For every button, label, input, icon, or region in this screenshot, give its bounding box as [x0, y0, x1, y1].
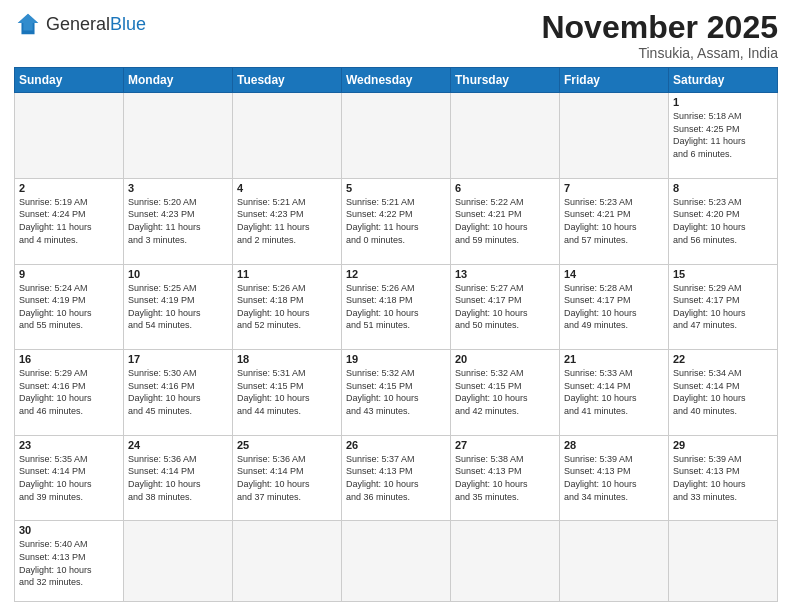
weekday-header-monday: Monday	[124, 68, 233, 93]
calendar-cell: 29Sunrise: 5:39 AM Sunset: 4:13 PM Dayli…	[669, 435, 778, 521]
day-info: Sunrise: 5:23 AM Sunset: 4:20 PM Dayligh…	[673, 196, 773, 246]
calendar-week-4: 16Sunrise: 5:29 AM Sunset: 4:16 PM Dayli…	[15, 350, 778, 436]
day-number: 15	[673, 268, 773, 280]
day-number: 18	[237, 353, 337, 365]
calendar-cell	[342, 93, 451, 179]
calendar-cell	[342, 521, 451, 602]
day-info: Sunrise: 5:26 AM Sunset: 4:18 PM Dayligh…	[346, 282, 446, 332]
day-number: 3	[128, 182, 228, 194]
day-info: Sunrise: 5:39 AM Sunset: 4:13 PM Dayligh…	[673, 453, 773, 503]
weekday-header-saturday: Saturday	[669, 68, 778, 93]
day-info: Sunrise: 5:19 AM Sunset: 4:24 PM Dayligh…	[19, 196, 119, 246]
page: GeneralBlue November 2025 Tinsukia, Assa…	[0, 0, 792, 612]
day-info: Sunrise: 5:29 AM Sunset: 4:16 PM Dayligh…	[19, 367, 119, 417]
day-number: 14	[564, 268, 664, 280]
calendar-cell: 26Sunrise: 5:37 AM Sunset: 4:13 PM Dayli…	[342, 435, 451, 521]
calendar-cell: 10Sunrise: 5:25 AM Sunset: 4:19 PM Dayli…	[124, 264, 233, 350]
location: Tinsukia, Assam, India	[541, 45, 778, 61]
calendar-table: SundayMondayTuesdayWednesdayThursdayFrid…	[14, 67, 778, 602]
calendar-body: 1Sunrise: 5:18 AM Sunset: 4:25 PM Daylig…	[15, 93, 778, 602]
calendar-cell: 3Sunrise: 5:20 AM Sunset: 4:23 PM Daylig…	[124, 178, 233, 264]
calendar-cell: 6Sunrise: 5:22 AM Sunset: 4:21 PM Daylig…	[451, 178, 560, 264]
day-info: Sunrise: 5:32 AM Sunset: 4:15 PM Dayligh…	[346, 367, 446, 417]
calendar-cell: 23Sunrise: 5:35 AM Sunset: 4:14 PM Dayli…	[15, 435, 124, 521]
calendar-cell: 11Sunrise: 5:26 AM Sunset: 4:18 PM Dayli…	[233, 264, 342, 350]
day-info: Sunrise: 5:24 AM Sunset: 4:19 PM Dayligh…	[19, 282, 119, 332]
calendar-cell: 7Sunrise: 5:23 AM Sunset: 4:21 PM Daylig…	[560, 178, 669, 264]
day-info: Sunrise: 5:33 AM Sunset: 4:14 PM Dayligh…	[564, 367, 664, 417]
day-number: 23	[19, 439, 119, 451]
calendar-cell	[560, 93, 669, 179]
day-info: Sunrise: 5:27 AM Sunset: 4:17 PM Dayligh…	[455, 282, 555, 332]
calendar-cell	[15, 93, 124, 179]
day-info: Sunrise: 5:18 AM Sunset: 4:25 PM Dayligh…	[673, 110, 773, 160]
day-info: Sunrise: 5:21 AM Sunset: 4:23 PM Dayligh…	[237, 196, 337, 246]
calendar-cell: 24Sunrise: 5:36 AM Sunset: 4:14 PM Dayli…	[124, 435, 233, 521]
month-title: November 2025	[541, 10, 778, 45]
calendar-cell: 28Sunrise: 5:39 AM Sunset: 4:13 PM Dayli…	[560, 435, 669, 521]
weekday-header-wednesday: Wednesday	[342, 68, 451, 93]
day-info: Sunrise: 5:32 AM Sunset: 4:15 PM Dayligh…	[455, 367, 555, 417]
header: GeneralBlue November 2025 Tinsukia, Assa…	[14, 10, 778, 61]
calendar-cell: 9Sunrise: 5:24 AM Sunset: 4:19 PM Daylig…	[15, 264, 124, 350]
weekday-header-thursday: Thursday	[451, 68, 560, 93]
calendar-cell: 20Sunrise: 5:32 AM Sunset: 4:15 PM Dayli…	[451, 350, 560, 436]
day-info: Sunrise: 5:37 AM Sunset: 4:13 PM Dayligh…	[346, 453, 446, 503]
day-info: Sunrise: 5:34 AM Sunset: 4:14 PM Dayligh…	[673, 367, 773, 417]
day-number: 20	[455, 353, 555, 365]
day-info: Sunrise: 5:23 AM Sunset: 4:21 PM Dayligh…	[564, 196, 664, 246]
calendar-cell	[233, 93, 342, 179]
weekday-header-friday: Friday	[560, 68, 669, 93]
day-info: Sunrise: 5:38 AM Sunset: 4:13 PM Dayligh…	[455, 453, 555, 503]
day-info: Sunrise: 5:21 AM Sunset: 4:22 PM Dayligh…	[346, 196, 446, 246]
day-number: 1	[673, 96, 773, 108]
calendar-cell	[560, 521, 669, 602]
day-info: Sunrise: 5:39 AM Sunset: 4:13 PM Dayligh…	[564, 453, 664, 503]
day-number: 19	[346, 353, 446, 365]
calendar-week-2: 2Sunrise: 5:19 AM Sunset: 4:24 PM Daylig…	[15, 178, 778, 264]
day-number: 9	[19, 268, 119, 280]
calendar-cell: 4Sunrise: 5:21 AM Sunset: 4:23 PM Daylig…	[233, 178, 342, 264]
calendar-cell	[451, 93, 560, 179]
calendar-cell: 15Sunrise: 5:29 AM Sunset: 4:17 PM Dayli…	[669, 264, 778, 350]
day-info: Sunrise: 5:20 AM Sunset: 4:23 PM Dayligh…	[128, 196, 228, 246]
calendar-header-row: SundayMondayTuesdayWednesdayThursdayFrid…	[15, 68, 778, 93]
svg-marker-1	[18, 14, 39, 31]
day-number: 30	[19, 524, 119, 536]
calendar-cell: 5Sunrise: 5:21 AM Sunset: 4:22 PM Daylig…	[342, 178, 451, 264]
day-number: 7	[564, 182, 664, 194]
calendar-week-6: 30Sunrise: 5:40 AM Sunset: 4:13 PM Dayli…	[15, 521, 778, 602]
weekday-header-sunday: Sunday	[15, 68, 124, 93]
calendar-cell	[451, 521, 560, 602]
day-info: Sunrise: 5:36 AM Sunset: 4:14 PM Dayligh…	[128, 453, 228, 503]
day-number: 17	[128, 353, 228, 365]
day-number: 28	[564, 439, 664, 451]
day-number: 5	[346, 182, 446, 194]
day-info: Sunrise: 5:28 AM Sunset: 4:17 PM Dayligh…	[564, 282, 664, 332]
calendar-cell: 25Sunrise: 5:36 AM Sunset: 4:14 PM Dayli…	[233, 435, 342, 521]
calendar-cell: 17Sunrise: 5:30 AM Sunset: 4:16 PM Dayli…	[124, 350, 233, 436]
calendar-cell	[124, 93, 233, 179]
day-info: Sunrise: 5:25 AM Sunset: 4:19 PM Dayligh…	[128, 282, 228, 332]
day-number: 11	[237, 268, 337, 280]
day-info: Sunrise: 5:29 AM Sunset: 4:17 PM Dayligh…	[673, 282, 773, 332]
calendar-cell: 8Sunrise: 5:23 AM Sunset: 4:20 PM Daylig…	[669, 178, 778, 264]
day-number: 27	[455, 439, 555, 451]
calendar-cell: 16Sunrise: 5:29 AM Sunset: 4:16 PM Dayli…	[15, 350, 124, 436]
day-number: 21	[564, 353, 664, 365]
day-number: 29	[673, 439, 773, 451]
weekday-header-tuesday: Tuesday	[233, 68, 342, 93]
day-number: 10	[128, 268, 228, 280]
day-number: 8	[673, 182, 773, 194]
day-info: Sunrise: 5:30 AM Sunset: 4:16 PM Dayligh…	[128, 367, 228, 417]
day-number: 2	[19, 182, 119, 194]
calendar-cell: 19Sunrise: 5:32 AM Sunset: 4:15 PM Dayli…	[342, 350, 451, 436]
calendar-cell: 30Sunrise: 5:40 AM Sunset: 4:13 PM Dayli…	[15, 521, 124, 602]
day-info: Sunrise: 5:31 AM Sunset: 4:15 PM Dayligh…	[237, 367, 337, 417]
day-number: 22	[673, 353, 773, 365]
day-number: 25	[237, 439, 337, 451]
day-info: Sunrise: 5:22 AM Sunset: 4:21 PM Dayligh…	[455, 196, 555, 246]
day-number: 12	[346, 268, 446, 280]
calendar-cell: 18Sunrise: 5:31 AM Sunset: 4:15 PM Dayli…	[233, 350, 342, 436]
calendar-week-3: 9Sunrise: 5:24 AM Sunset: 4:19 PM Daylig…	[15, 264, 778, 350]
